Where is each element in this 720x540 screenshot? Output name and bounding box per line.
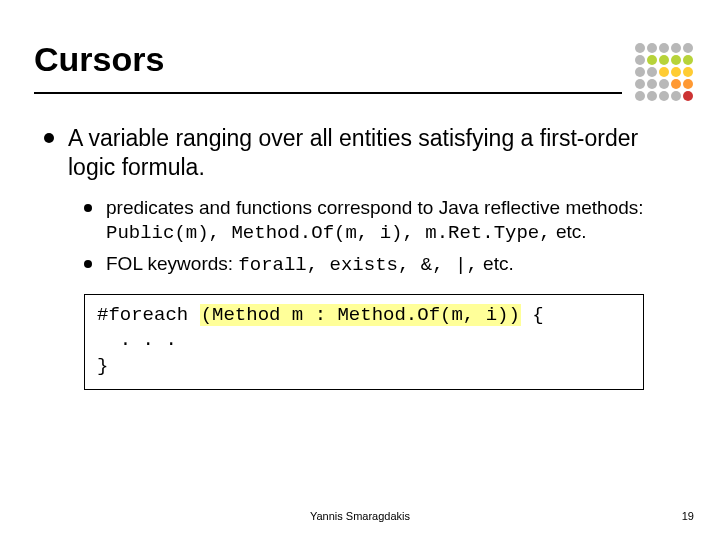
body-area: A variable ranging over all entities sat… — [44, 124, 664, 390]
dot-icon — [635, 91, 645, 101]
title-area: Cursors — [34, 40, 630, 85]
dot-icon — [683, 55, 693, 65]
footer-author: Yannis Smaragdakis — [0, 510, 720, 522]
bullet-icon — [84, 204, 92, 212]
dot-icon — [671, 79, 681, 89]
code-line: } — [97, 354, 631, 380]
text-segment: FOL keywords: — [106, 253, 238, 274]
code-line: #foreach (Method m : Method.Of(m, i)) { — [97, 303, 631, 329]
bullet-level1: A variable ranging over all entities sat… — [44, 124, 664, 182]
dot-icon — [635, 67, 645, 77]
code-inline: forall, exists, &, |, — [238, 254, 477, 276]
dot-icon — [683, 43, 693, 53]
dot-icon — [659, 43, 669, 53]
dot-icon — [683, 91, 693, 101]
code-text: { — [521, 304, 544, 326]
dot-icon — [635, 43, 645, 53]
dot-icon — [671, 55, 681, 65]
dot-icon — [635, 55, 645, 65]
code-text: #foreach — [97, 304, 200, 326]
code-line: . . . — [97, 328, 631, 354]
dot-icon — [671, 43, 681, 53]
dot-icon — [683, 79, 693, 89]
decoration-dots — [634, 42, 694, 102]
dot-icon — [647, 91, 657, 101]
dot-icon — [647, 43, 657, 53]
text-segment: etc. — [551, 221, 587, 242]
dot-icon — [647, 67, 657, 77]
dot-icon — [635, 79, 645, 89]
bullet-level2: predicates and functions correspond to J… — [84, 196, 664, 246]
slide-title: Cursors — [34, 40, 630, 85]
dot-icon — [659, 55, 669, 65]
slide: Cursors A variable ranging over all ent — [0, 0, 720, 540]
footer-page-number: 19 — [682, 510, 694, 522]
bullet-icon — [84, 260, 92, 268]
text-segment: predicates and functions correspond to J… — [106, 197, 644, 218]
sub-bullet-text: FOL keywords: forall, exists, &, |, etc. — [106, 252, 514, 278]
title-underline — [34, 92, 622, 94]
dot-icon — [647, 55, 657, 65]
code-example-box: #foreach (Method m : Method.Of(m, i)) { … — [84, 294, 644, 391]
dot-icon — [659, 91, 669, 101]
dot-icon — [647, 79, 657, 89]
dot-icon — [671, 91, 681, 101]
text-segment: etc. — [478, 253, 514, 274]
sub-bullet-list: predicates and functions correspond to J… — [84, 196, 664, 278]
code-highlight: (Method m : Method.Of(m, i)) — [200, 304, 521, 326]
dot-icon — [659, 79, 669, 89]
dot-icon — [671, 67, 681, 77]
bullet-icon — [44, 133, 54, 143]
sub-bullet-text: predicates and functions correspond to J… — [106, 196, 664, 246]
dot-icon — [683, 67, 693, 77]
code-inline: Public(m), Method.Of(m, i), m.Ret.Type, — [106, 222, 551, 244]
dot-icon — [659, 67, 669, 77]
bullet-text: A variable ranging over all entities sat… — [68, 124, 664, 182]
bullet-level2: FOL keywords: forall, exists, &, |, etc. — [84, 252, 664, 278]
